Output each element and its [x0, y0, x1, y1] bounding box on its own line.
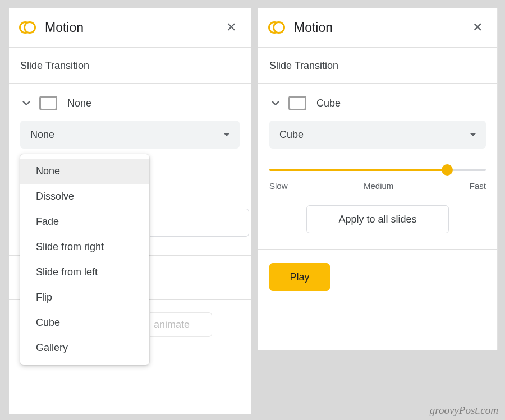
play-label: Play [290, 271, 309, 283]
slider-track[interactable] [269, 169, 486, 171]
speed-slider: Slow Medium Fast [258, 149, 497, 191]
slide-icon [288, 96, 306, 110]
transition-select[interactable]: Cube [269, 121, 486, 149]
animate-button-obscured[interactable]: animate [150, 312, 212, 337]
section-slide-transition: Slide Transition [9, 48, 251, 84]
chevron-down-icon [269, 97, 282, 109]
slider-thumb[interactable] [442, 164, 453, 176]
transition-select-value: Cube [279, 129, 304, 141]
animate-label-fragment: animate [154, 319, 190, 331]
chevron-down-icon [20, 97, 33, 109]
transition-dropdown: None Dissolve Fade Slide from right Slid… [20, 154, 149, 365]
dropdown-option-none[interactable]: None [20, 159, 149, 184]
transition-current-label: None [67, 98, 91, 109]
panel-title: Motion [294, 20, 468, 35]
slider-labels: Slow Medium Fast [269, 181, 486, 191]
watermark: groovyPost.com [430, 404, 498, 417]
transition-current-label: Cube [316, 98, 341, 109]
motion-icon [268, 19, 286, 36]
slide-icon [39, 96, 57, 110]
transition-summary-row[interactable]: None [9, 84, 251, 121]
transition-select[interactable]: None [20, 121, 240, 149]
slider-label-medium: Medium [364, 181, 393, 191]
dropdown-option-dissolve[interactable]: Dissolve [20, 184, 149, 209]
panel-title: Motion [45, 20, 222, 35]
panel-header: Motion ✕ [258, 8, 497, 48]
dropdown-option-cube[interactable]: Cube [20, 310, 149, 335]
motion-panel-left: Motion ✕ Slide Transition None None None… [9, 8, 251, 414]
slider-label-slow: Slow [269, 181, 288, 191]
apply-to-all-button-obscured[interactable] [150, 209, 249, 237]
divider [258, 249, 497, 250]
dropdown-option-gallery[interactable]: Gallery [20, 335, 149, 361]
caret-down-icon [470, 133, 476, 136]
dropdown-option-flip[interactable]: Flip [20, 285, 149, 310]
close-icon[interactable]: ✕ [468, 18, 487, 37]
caret-down-icon [224, 133, 229, 136]
dropdown-option-slide-from-right[interactable]: Slide from right [20, 234, 149, 260]
apply-to-all-button[interactable]: Apply to all slides [306, 205, 449, 233]
play-button[interactable]: Play [269, 263, 330, 291]
panel-header: Motion ✕ [9, 8, 251, 48]
dropdown-option-slide-from-left[interactable]: Slide from left [20, 260, 149, 285]
transition-summary-row[interactable]: Cube [258, 84, 497, 121]
apply-to-all-label: Apply to all slides [338, 214, 416, 225]
slider-fill [269, 169, 447, 171]
slider-label-fast: Fast [470, 181, 486, 191]
dropdown-option-fade[interactable]: Fade [20, 209, 149, 234]
transition-select-value: None [30, 129, 54, 141]
motion-panel-right: Motion ✕ Slide Transition Cube Cube Slow [258, 8, 498, 350]
section-slide-transition: Slide Transition [258, 48, 497, 84]
motion-icon [19, 19, 37, 36]
close-icon[interactable]: ✕ [222, 18, 241, 37]
